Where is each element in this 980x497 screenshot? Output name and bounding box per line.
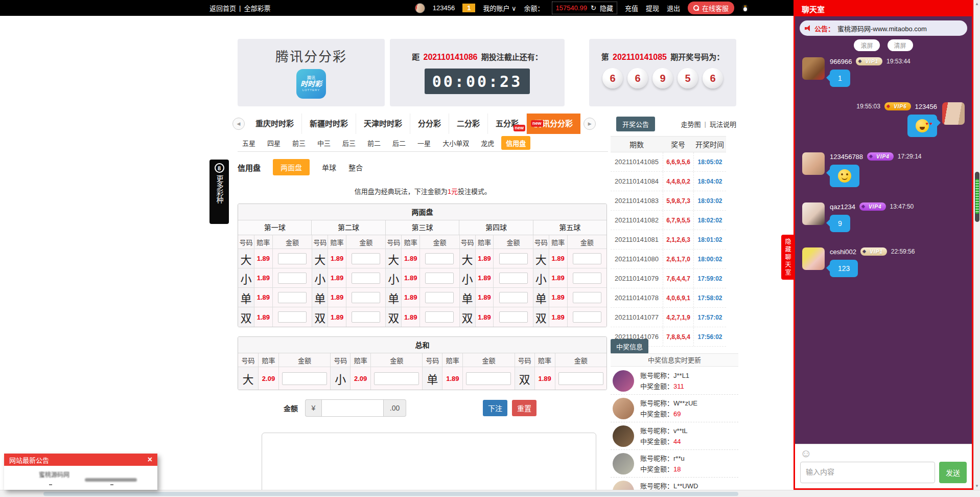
scroll-screen-button[interactable]: 滚屏 xyxy=(854,39,879,51)
draw-announcement-button[interactable]: 开奖公告 xyxy=(616,117,655,131)
tab-分分彩[interactable]: 分分彩 xyxy=(410,114,449,134)
amount-cell xyxy=(419,268,459,288)
clear-screen-button[interactable]: 清屏 xyxy=(888,39,913,51)
winner-name-label: 账号昵称： xyxy=(640,399,673,407)
bet-amount-input[interactable] xyxy=(499,311,528,323)
rules-link[interactable]: 玩法说明 xyxy=(710,119,736,129)
chat-input[interactable] xyxy=(800,462,935,483)
bet-amount-input[interactable] xyxy=(278,253,307,264)
home-link[interactable]: 返回首页 xyxy=(209,3,236,13)
send-button[interactable]: 发送 xyxy=(939,462,967,483)
winner-amount: 69 xyxy=(673,410,681,418)
bet-amount-input[interactable] xyxy=(278,311,307,323)
mode-整合[interactable]: 整合 xyxy=(348,162,363,172)
qq-icon[interactable] xyxy=(742,4,749,12)
tab-重庆时时彩[interactable]: 重庆时时彩 xyxy=(248,114,301,134)
subtab-一星[interactable]: 一星 xyxy=(413,136,435,150)
subtab-前二[interactable]: 前二 xyxy=(363,136,385,150)
subtab-四星[interactable]: 四星 xyxy=(263,136,285,150)
bet-amount-input[interactable] xyxy=(425,292,454,303)
bet-option-label: 小 xyxy=(238,268,254,288)
bet-amount-input[interactable] xyxy=(352,273,380,284)
emoji-picker-icon[interactable]: ☺ xyxy=(800,447,967,460)
bet-amount-input[interactable] xyxy=(278,273,307,284)
two-side-group-header: 第一球第二球第三球第四球第五球 xyxy=(238,220,606,235)
withdraw-link[interactable]: 提现 xyxy=(646,3,659,13)
refresh-icon[interactable]: ↻ xyxy=(591,4,596,12)
bet-amount-input[interactable] xyxy=(352,253,380,264)
avatar xyxy=(942,102,965,125)
bet-amount-input[interactable] xyxy=(425,311,454,323)
tab-腾讯分分彩[interactable]: 腾讯分分彩new xyxy=(526,114,580,134)
subtab-前三[interactable]: 前三 xyxy=(288,136,310,150)
vip-badge: VIP4 xyxy=(859,202,886,211)
subtab-信用盘[interactable]: 信用盘 xyxy=(501,136,530,150)
user-avatar[interactable] xyxy=(415,3,425,13)
bet-amount-input[interactable] xyxy=(278,292,307,303)
amount-input[interactable] xyxy=(321,399,384,417)
popup-title: 网站最新公告 xyxy=(9,455,49,465)
subtab-五星[interactable]: 五星 xyxy=(238,136,260,150)
logout-link[interactable]: 退出 xyxy=(667,3,680,13)
recharge-link[interactable]: 充值 xyxy=(625,3,638,13)
scroll-down-icon[interactable]: ▼ xyxy=(974,484,980,488)
bet-amount-input[interactable] xyxy=(558,372,603,385)
tab-天津时时彩[interactable]: 天津时时彩 xyxy=(356,114,410,134)
bet-amount-input[interactable] xyxy=(425,253,454,264)
bet-amount-input[interactable] xyxy=(282,372,327,385)
chat-footer: ☺ 发送 xyxy=(795,444,972,488)
bet-amount-input[interactable] xyxy=(352,311,380,323)
page-vertical-scrollbar[interactable]: ▲ ▼ xyxy=(973,0,980,490)
winner-name: v**tL xyxy=(673,427,687,435)
bet-amount-input[interactable] xyxy=(352,292,380,303)
subtab-后三[interactable]: 后三 xyxy=(338,136,360,150)
tab-五分彩[interactable]: 五分彩new xyxy=(487,114,526,134)
scrollbar-thumb[interactable] xyxy=(975,172,979,222)
reset-button[interactable]: 重置 xyxy=(512,400,536,416)
result-numbers: 4,2,7,1,9 xyxy=(663,308,693,327)
tab-二分彩[interactable]: 二分彩 xyxy=(449,114,487,134)
bet-amount-input[interactable] xyxy=(573,273,601,284)
more-lottery-widget[interactable]: 8 更多彩种 xyxy=(209,160,229,224)
bet-amount-input[interactable] xyxy=(573,311,601,323)
message-meta: 19:55:03VIP6123456 xyxy=(856,102,937,110)
bet-amount-input[interactable] xyxy=(573,253,601,264)
bet-amount-input[interactable] xyxy=(499,253,528,264)
winner-amount-line: 中奖金额：44 xyxy=(640,436,687,447)
mode-两面盘[interactable]: 两面盘 xyxy=(273,159,310,175)
win-info-button[interactable]: 中奖信息 xyxy=(611,339,648,354)
hide-balance-toggle[interactable]: 隐藏 xyxy=(600,3,613,13)
bet-amount-input[interactable] xyxy=(573,292,601,303)
subtab-后二[interactable]: 后二 xyxy=(388,136,410,150)
trend-chart-link[interactable]: 走势图 xyxy=(681,119,701,129)
scroll-up-icon[interactable]: ▲ xyxy=(974,2,980,6)
tabs-scroll-left-icon[interactable]: ◀ xyxy=(232,118,245,130)
mode-单球[interactable]: 单球 xyxy=(322,162,336,172)
lottery-header: 腾讯分分彩 腾讯 时时彩 LOTTERY 距 202110141086 期投注截… xyxy=(238,39,736,106)
hide-chat-tab[interactable]: 隐藏聊天室 xyxy=(781,235,794,280)
bet-amount-input[interactable] xyxy=(499,273,528,284)
notification-badge[interactable]: 1 xyxy=(462,4,475,12)
subtab-大小单双[interactable]: 大小单双 xyxy=(438,136,474,150)
bet-amount-input[interactable] xyxy=(425,273,454,284)
hscrollbar-thumb[interactable] xyxy=(43,492,738,496)
amount-cell xyxy=(493,249,532,268)
bet-amount-input[interactable] xyxy=(499,292,528,303)
group-header-cell: 第三球 xyxy=(385,220,459,235)
winner-name-line: 账号昵称：v**tL xyxy=(640,425,687,436)
tab-新疆时时彩[interactable]: 新疆时时彩 xyxy=(301,114,356,134)
close-icon[interactable]: × xyxy=(148,455,152,464)
message-time: 17:29:14 xyxy=(898,153,922,160)
my-account-dropdown[interactable]: 我的账户 ∨ xyxy=(483,3,516,13)
bet-amount-input[interactable] xyxy=(466,372,511,385)
online-service-button[interactable]: 在线客服 xyxy=(688,2,734,14)
subtab-中三[interactable]: 中三 xyxy=(313,136,335,150)
tabs-scroll-right-icon[interactable]: ▶ xyxy=(584,118,596,130)
subtab-龙虎[interactable]: 龙虎 xyxy=(476,136,499,150)
place-bet-button[interactable]: 下注 xyxy=(483,400,507,416)
page-horizontal-scrollbar[interactable] xyxy=(0,490,980,497)
all-lottery-link[interactable]: 全部彩票 xyxy=(244,3,270,13)
odds-value: 1.89 xyxy=(254,288,272,307)
bet-amount-input[interactable] xyxy=(374,372,419,385)
amount-cell xyxy=(370,367,422,390)
